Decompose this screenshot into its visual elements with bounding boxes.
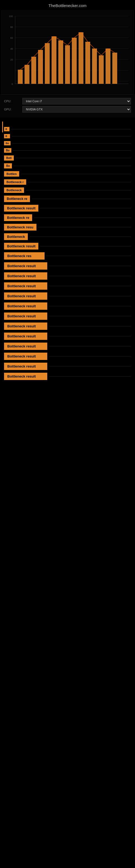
bottleneck-tail-2 bbox=[12, 136, 131, 136]
bottleneck-badge-11: Bottleneck result bbox=[4, 205, 38, 212]
bottleneck-item-7: Bottlen bbox=[4, 171, 131, 177]
svg-rect-26 bbox=[92, 49, 97, 84]
bottleneck-badge-24: Bottleneck result bbox=[4, 333, 47, 340]
gpu-dropdown[interactable]: NVIDIA GTX bbox=[22, 106, 131, 113]
bottleneck-badge-3: Bo bbox=[4, 141, 10, 145]
bottleneck-item-1: B bbox=[4, 127, 131, 131]
bottleneck-badge-26: Bottleneck result bbox=[4, 352, 47, 360]
bottleneck-item-5: Bott bbox=[4, 155, 131, 161]
bottleneck-item-28: Bottleneck result bbox=[4, 373, 131, 380]
svg-rect-23 bbox=[72, 38, 77, 84]
bottleneck-tail-26 bbox=[49, 356, 131, 356]
bottleneck-tail-7 bbox=[21, 174, 131, 174]
bottleneck-tail-11 bbox=[40, 208, 131, 208]
bottleneck-item-13: Bottleneck resu bbox=[4, 224, 131, 230]
bottleneck-item-8: Bottleneck r bbox=[4, 179, 131, 185]
bottleneck-tail-8 bbox=[28, 182, 131, 182]
cpu-dropdown[interactable]: Intel Core i7 bbox=[22, 98, 131, 104]
svg-text:60: 60 bbox=[10, 37, 13, 39]
bottleneck-badge-15: Bottleneck result bbox=[4, 243, 38, 250]
bottleneck-badge-6: Bo bbox=[4, 163, 12, 168]
bottleneck-item-25: Bottleneck result bbox=[4, 343, 131, 350]
bottleneck-badge-8: Bottleneck r bbox=[4, 179, 26, 185]
bottleneck-tail-24 bbox=[49, 336, 131, 336]
bottleneck-item-9: Bottleneck bbox=[4, 187, 131, 193]
svg-rect-22 bbox=[65, 45, 70, 84]
bottleneck-tail-10 bbox=[32, 199, 131, 199]
bottleneck-badge-17: Bottleneck result bbox=[4, 262, 47, 270]
control-label-2: GPU: bbox=[4, 108, 20, 111]
bottleneck-badge-14: Bottleneck bbox=[4, 233, 28, 240]
bottleneck-item-3: Bo bbox=[4, 141, 131, 145]
bottleneck-badge-16: Bottleneck res bbox=[4, 252, 45, 259]
control-row-2: GPU: NVIDIA GTX bbox=[4, 106, 131, 113]
svg-text:80: 80 bbox=[10, 26, 13, 29]
bottleneck-badge-4: Bo bbox=[4, 148, 11, 153]
svg-rect-16 bbox=[25, 65, 30, 84]
bottleneck-item-11: Bottleneck result bbox=[4, 205, 131, 212]
svg-text:40: 40 bbox=[10, 48, 13, 50]
svg-rect-28 bbox=[105, 49, 110, 84]
control-label-1: CPU: bbox=[4, 99, 20, 103]
svg-rect-19 bbox=[45, 43, 50, 84]
controls-area: CPU: Intel Core i7 GPU: NVIDIA GTX bbox=[0, 94, 135, 118]
bottleneck-tail-21 bbox=[49, 306, 131, 306]
main-chart-container: 100 80 60 40 20 0 bbox=[1, 10, 134, 94]
bottleneck-item-24: Bottleneck result bbox=[4, 333, 131, 340]
bottleneck-badge-25: Bottleneck result bbox=[4, 343, 47, 350]
orange-bar-indicator bbox=[2, 122, 3, 132]
bottleneck-tail-17 bbox=[49, 266, 131, 266]
svg-text:0: 0 bbox=[12, 83, 13, 86]
bottleneck-tail-25 bbox=[49, 346, 131, 346]
bottleneck-item-26: Bottleneck result bbox=[4, 352, 131, 360]
bottleneck-badge-12: Bottleneck re bbox=[4, 214, 32, 221]
bottleneck-item-12: Bottleneck re bbox=[4, 214, 131, 221]
bottleneck-tail-19 bbox=[49, 286, 131, 286]
bottleneck-badge-23: Bottleneck result bbox=[4, 322, 47, 330]
bottleneck-item-19: Bottleneck result bbox=[4, 282, 131, 290]
bottleneck-tail-27 bbox=[49, 366, 131, 367]
bottleneck-badge-21: Bottleneck result bbox=[4, 303, 47, 310]
svg-rect-18 bbox=[38, 50, 43, 84]
bottleneck-tail-16 bbox=[46, 256, 131, 256]
svg-text:100: 100 bbox=[9, 15, 13, 18]
bottleneck-item-27: Bottleneck result bbox=[4, 363, 131, 370]
svg-rect-21 bbox=[58, 40, 63, 84]
bottleneck-item-6: Bo bbox=[4, 163, 131, 168]
bottleneck-badge-7: Bottlen bbox=[4, 171, 19, 177]
bottleneck-badge-1: B bbox=[4, 127, 9, 131]
bottleneck-badge-5: Bott bbox=[4, 155, 14, 161]
svg-rect-20 bbox=[52, 36, 56, 84]
bottleneck-item-21: Bottleneck result bbox=[4, 303, 131, 310]
bottleneck-tail-22 bbox=[49, 316, 131, 316]
bottleneck-item-14: Bottleneck bbox=[4, 233, 131, 240]
svg-rect-27 bbox=[99, 55, 104, 84]
bottleneck-tail-15 bbox=[40, 246, 131, 246]
bottleneck-badge-13: Bottleneck resu bbox=[4, 224, 37, 230]
bottleneck-item-20: Bottleneck result bbox=[4, 292, 131, 300]
bottleneck-item-10: Bottleneck re bbox=[4, 195, 131, 202]
bottleneck-item-22: Bottleneck result bbox=[4, 312, 131, 320]
bottleneck-results-list: B B Bo Bo Bott Bo Bottlen Bottleneck r B… bbox=[0, 126, 135, 385]
bottleneck-tail-9 bbox=[26, 190, 131, 190]
bottleneck-tail-14 bbox=[30, 237, 131, 237]
bottleneck-item-2: B bbox=[4, 134, 131, 138]
bottleneck-item-4: Bo bbox=[4, 148, 131, 153]
site-title-text: TheBottlenecker.com bbox=[49, 3, 87, 8]
bottleneck-badge-22: Bottleneck result bbox=[4, 312, 47, 320]
bottleneck-item-18: Bottleneck result bbox=[4, 272, 131, 280]
bottleneck-tail-1 bbox=[11, 129, 131, 129]
bottleneck-badge-19: Bottleneck result bbox=[4, 282, 47, 290]
bottleneck-badge-27: Bottleneck result bbox=[4, 363, 47, 370]
site-title: TheBottlenecker.com bbox=[0, 0, 135, 10]
bottleneck-badge-18: Bottleneck result bbox=[4, 272, 47, 280]
bottleneck-tail-20 bbox=[49, 296, 131, 296]
bottleneck-item-16: Bottleneck res bbox=[4, 252, 131, 259]
svg-text:20: 20 bbox=[10, 58, 13, 61]
svg-rect-29 bbox=[112, 53, 117, 84]
bottleneck-tail-3 bbox=[12, 143, 131, 144]
bottleneck-badge-10: Bottleneck re bbox=[4, 195, 30, 202]
bottleneck-tail-13 bbox=[38, 227, 131, 227]
bottleneck-tail-6 bbox=[13, 166, 131, 166]
svg-rect-15 bbox=[18, 70, 23, 84]
